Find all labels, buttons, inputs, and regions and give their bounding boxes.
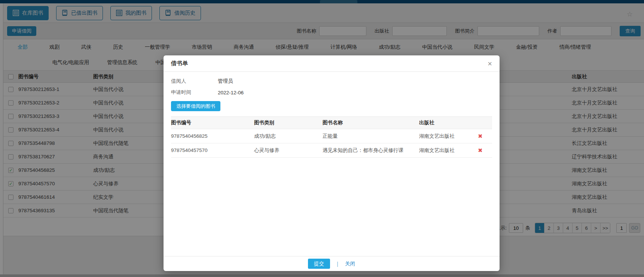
remove-book-icon[interactable]: ✖ (478, 133, 483, 139)
close-link[interactable]: 关闭 (345, 261, 355, 267)
apply-time-field: 申请时间 2022-12-06 (171, 87, 492, 98)
modal-table-row: 9787540457570 心灵与修养 遇见未知的自己：都市身心灵修行课 湖南文… (171, 143, 492, 158)
book-name: 遇见未知的自己：都市身心灵修行课 (323, 147, 419, 154)
submit-button[interactable]: 提交 (308, 259, 330, 269)
borrower-label: 借阅人 (171, 78, 218, 85)
book-id: 9787540456825 (171, 133, 254, 139)
modal-footer: 提交 | 关闭 (164, 256, 500, 271)
borrower-value: 管理员 (218, 78, 233, 85)
book-publisher: 湖南文艺出版社 (419, 133, 478, 140)
apply-time-label: 申请时间 (171, 89, 218, 96)
header-book-id: 图书编号 (171, 119, 254, 126)
modal-title: 借书单 (171, 60, 188, 67)
footer-separator: | (337, 261, 338, 267)
modal-body: 借阅人 管理员 申请时间 2022-12-06 选择要借阅的图书 图书编号 图书… (164, 72, 500, 158)
borrow-list-modal: 借书单 × 借阅人 管理员 申请时间 2022-12-06 选择要借阅的图书 图… (164, 55, 500, 271)
remove-book-icon[interactable]: ✖ (478, 147, 483, 153)
close-icon[interactable]: × (488, 60, 492, 67)
book-category: 心灵与修养 (254, 147, 323, 154)
app-window: 在库图书 已借出图书 我的图书 借阅历史 ☆ 申请借阅 图书名称 (0, 0, 644, 277)
modal-table-header: 图书编号 图书类别 图书名称 出版社 (171, 117, 492, 129)
modal-table-row: 9787540456825 成功/励志 正能量 湖南文艺出版社 ✖ (171, 129, 492, 143)
book-name: 正能量 (323, 133, 419, 140)
header-publisher: 出版社 (419, 119, 478, 126)
modal-books-table: 图书编号 图书类别 图书名称 出版社 9787540456825 成功/励志 正… (171, 116, 492, 158)
select-books-button[interactable]: 选择要借阅的图书 (171, 101, 220, 111)
book-id: 9787540457570 (171, 147, 254, 153)
header-book-name: 图书名称 (323, 119, 419, 126)
header-book-category: 图书类别 (254, 119, 323, 126)
apply-time-value: 2022-12-06 (218, 90, 244, 95)
borrower-field: 借阅人 管理员 (171, 76, 492, 87)
book-publisher: 湖南文艺出版社 (419, 147, 478, 154)
modal-header: 借书单 × (164, 55, 500, 72)
book-category: 成功/励志 (254, 133, 323, 140)
